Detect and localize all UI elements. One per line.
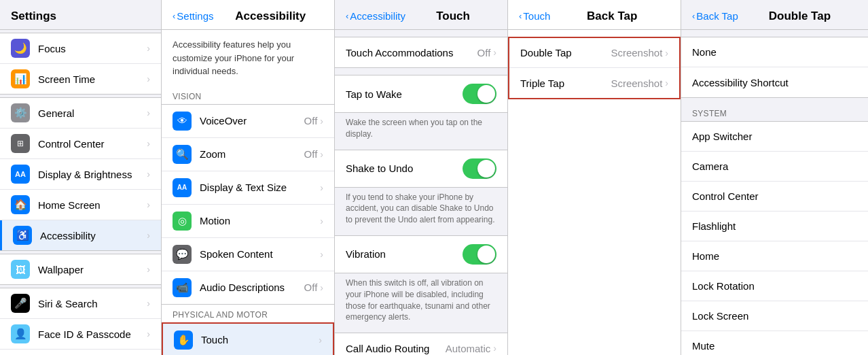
vision-section-label: VISION <box>162 86 334 104</box>
touch-chevron: › <box>319 335 322 345</box>
double-tap-chevron: › <box>665 48 668 58</box>
call-audio-chevron: › <box>493 343 496 354</box>
sidebar-item-screen-time[interactable]: 📊 Screen Time › <box>0 64 161 94</box>
vibration-item[interactable]: Vibration <box>335 236 507 273</box>
vision-group: 👁 VoiceOver Off › 🔍 Zoom Off › AA Displa… <box>162 104 334 305</box>
settings-group-2: ⚙️ General › ⊞ Control Center › AA Displ… <box>0 97 161 251</box>
settings-title: Settings <box>11 10 56 23</box>
focus-chevron: › <box>147 43 150 54</box>
vibration-label: Vibration <box>346 248 463 260</box>
control-center-double-item[interactable]: Control Center <box>681 182 868 212</box>
touch-item[interactable]: ✋ Touch › <box>163 324 333 356</box>
mute-item[interactable]: Mute <box>681 331 868 355</box>
audio-desc-icon: 📹 <box>173 278 192 297</box>
sidebar-item-control-center[interactable]: ⊞ Control Center › <box>0 129 161 159</box>
touch-column: ‹ Accessibility Touch Touch Accommodatio… <box>335 0 508 355</box>
double-tap-back-button[interactable]: ‹ Back Tap <box>692 10 738 22</box>
back-tap-column: ‹ Touch Back Tap Double Tap Screenshot ›… <box>508 0 681 355</box>
call-audio-value: Automatic <box>446 343 491 354</box>
screen-time-chevron: › <box>147 73 150 84</box>
vibration-desc: When this switch is off, all vibration o… <box>335 273 507 330</box>
voiceover-icon: 👁 <box>173 112 192 131</box>
control-center-icon: ⊞ <box>11 134 30 153</box>
vibration-toggle[interactable] <box>463 244 496 265</box>
back-chevron-icon: ‹ <box>173 11 175 21</box>
settings-header: Settings <box>0 0 161 30</box>
sidebar-item-emergency[interactable]: SOS Emergency SOS › <box>0 350 161 355</box>
back-tap-back-chevron-icon: ‹ <box>519 11 522 21</box>
none-item[interactable]: None <box>681 37 868 67</box>
motion-item[interactable]: ◎ Motion › <box>162 205 334 238</box>
display-text-icon: AA <box>173 178 192 197</box>
system-section-label: SYSTEM <box>681 98 868 121</box>
accessibility-title: Accessibility <box>235 10 306 23</box>
triple-tap-value: Screenshot <box>611 78 662 89</box>
back-tap-back-button[interactable]: ‹ Touch <box>519 10 550 22</box>
shake-to-undo-item[interactable]: Shake to Undo <box>335 150 507 187</box>
touch-back-button[interactable]: ‹ Accessibility <box>346 10 405 22</box>
tap-to-wake-toggle[interactable] <box>463 84 496 104</box>
sidebar-item-general[interactable]: ⚙️ General › <box>0 98 161 129</box>
double-tap-label: Double Tap <box>520 47 611 58</box>
triple-tap-item[interactable]: Triple Tap Screenshot › <box>509 68 679 98</box>
sidebar-item-display[interactable]: AA Display & Brightness › <box>0 159 161 190</box>
control-center-chevron: › <box>147 138 150 149</box>
camera-item[interactable]: Camera <box>681 152 868 182</box>
touch-label: Touch <box>201 334 319 345</box>
audio-desc-item[interactable]: 📹 Audio Descriptions Off › <box>162 271 334 304</box>
display-text-item[interactable]: AA Display & Text Size › <box>162 171 334 205</box>
touch-icon: ✋ <box>174 331 193 350</box>
physical-group: ✋ Touch › 👤 Face ID & Attention › ⬛ Swit… <box>162 322 334 356</box>
call-audio-item[interactable]: Call Audio Routing Automatic › <box>335 333 507 355</box>
spoken-content-icon: 💬 <box>173 245 192 264</box>
shake-to-undo-toggle[interactable] <box>463 158 496 179</box>
touch-list: Touch Accommodations Off › Tap to Wake W… <box>335 30 507 355</box>
control-center-double-label: Control Center <box>692 190 857 202</box>
app-switcher-item[interactable]: App Switcher <box>681 122 868 152</box>
accessibility-back-button[interactable]: ‹ Settings <box>173 10 214 22</box>
zoom-item[interactable]: 🔍 Zoom Off › <box>162 138 334 171</box>
double-tap-top-group: None Accessibility Shortcut <box>681 37 868 98</box>
wallpaper-icon: 🖼 <box>11 260 30 279</box>
display-icon: AA <box>11 165 30 184</box>
settings-group-4: 🎤 Siri & Search › 👤 Face ID & Passcode ›… <box>0 288 161 355</box>
touch-accommodations-label: Touch Accommodations <box>346 47 477 58</box>
sidebar-item-home-screen[interactable]: 🏠 Home Screen › <box>0 190 161 220</box>
touch-accommodations-item[interactable]: Touch Accommodations Off › <box>335 37 507 67</box>
double-tap-column: ‹ Back Tap Double Tap None Accessibility… <box>681 0 868 355</box>
sidebar-item-face-id[interactable]: 👤 Face ID & Passcode › <box>0 319 161 350</box>
accessibility-icon: ♿ <box>13 226 32 245</box>
accessibility-column: ‹ Settings Accessibility Accessibility f… <box>162 0 335 355</box>
home-item[interactable]: Home <box>681 241 868 271</box>
general-label: General <box>38 107 147 119</box>
flashlight-item[interactable]: Flashlight <box>681 212 868 241</box>
back-tap-back-label: Touch <box>523 10 550 22</box>
shake-to-undo-label: Shake to Undo <box>346 163 463 174</box>
touch-title: Touch <box>436 10 470 23</box>
settings-list: 🌙 Focus › 📊 Screen Time › ⚙️ General › ⊞… <box>0 30 161 355</box>
double-tap-title: Double Tap <box>769 10 831 23</box>
spoken-content-item[interactable]: 💬 Spoken Content › <box>162 238 334 271</box>
motion-chevron: › <box>320 216 323 226</box>
accessibility-shortcut-item[interactable]: Accessibility Shortcut <box>681 67 868 97</box>
sidebar-item-focus[interactable]: 🌙 Focus › <box>0 33 161 64</box>
voiceover-item[interactable]: 👁 VoiceOver Off › <box>162 105 334 138</box>
back-tap-options-group: Double Tap Screenshot › Triple Tap Scree… <box>508 37 681 99</box>
sidebar-item-siri[interactable]: 🎤 Siri & Search › <box>0 288 161 319</box>
lock-rotation-item[interactable]: Lock Rotation <box>681 271 868 301</box>
vibration-knob <box>477 246 495 263</box>
double-tap-list: None Accessibility Shortcut SYSTEM App S… <box>681 30 868 355</box>
tap-to-wake-item[interactable]: Tap to Wake <box>335 75 507 112</box>
triple-tap-chevron: › <box>665 78 668 88</box>
face-id-chevron: › <box>147 328 150 339</box>
double-tap-header: ‹ Back Tap Double Tap <box>681 0 868 30</box>
touch-accommodations-value: Off <box>477 47 491 58</box>
zoom-label: Zoom <box>200 148 304 160</box>
accessibility-label: Accessibility <box>40 230 147 241</box>
tap-to-wake-knob <box>477 85 495 103</box>
sidebar-item-accessibility[interactable]: ♿ Accessibility › <box>0 220 161 250</box>
double-tap-item[interactable]: Double Tap Screenshot › <box>509 38 679 68</box>
siri-chevron: › <box>147 298 150 309</box>
sidebar-item-wallpaper[interactable]: 🖼 Wallpaper › <box>0 254 161 284</box>
lock-screen-item[interactable]: Lock Screen <box>681 301 868 331</box>
